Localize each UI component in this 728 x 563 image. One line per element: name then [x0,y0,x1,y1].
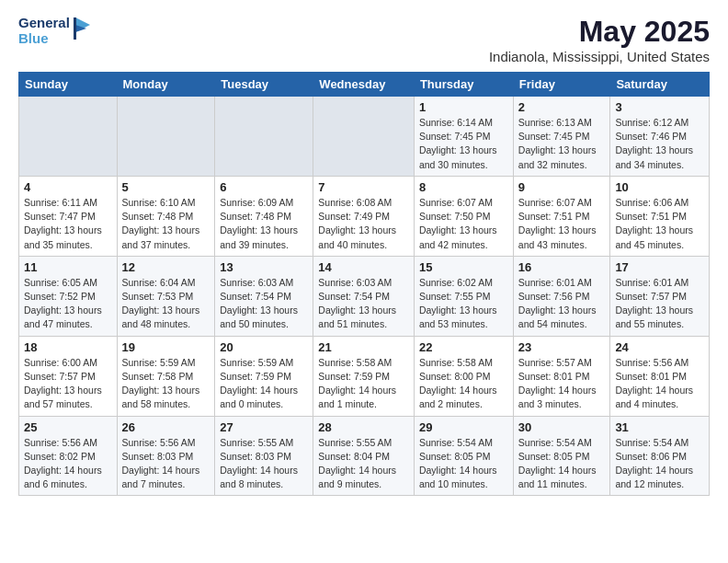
day-number: 1 [419,100,508,114]
day-info: Sunrise: 5:54 AMSunset: 8:05 PMDaylight:… [419,436,508,492]
calendar-day-cell: 11Sunrise: 6:05 AMSunset: 7:52 PMDayligh… [19,256,118,336]
calendar-day-cell: 24Sunrise: 5:56 AMSunset: 8:01 PMDayligh… [610,336,710,416]
day-number: 12 [122,260,210,274]
day-number: 3 [615,100,704,114]
calendar-day-cell: 4Sunrise: 6:11 AMSunset: 7:47 PMDaylight… [19,176,118,256]
day-number: 15 [419,260,508,274]
day-info: Sunrise: 5:55 AMSunset: 8:04 PMDaylight:… [318,436,409,492]
day-number: 29 [419,420,508,434]
calendar-week-row: 25Sunrise: 5:56 AMSunset: 8:02 PMDayligh… [19,416,710,496]
day-number: 17 [615,260,704,274]
day-number: 8 [419,180,508,194]
calendar-header-row: SundayMondayTuesdayWednesdayThursdayFrid… [19,73,710,97]
day-number: 16 [518,260,606,274]
calendar-day-cell: 15Sunrise: 6:02 AMSunset: 7:55 PMDayligh… [414,256,513,336]
day-number: 5 [122,180,210,194]
calendar-week-row: 11Sunrise: 6:05 AMSunset: 7:52 PMDayligh… [19,256,710,336]
calendar-header-cell: Friday [513,73,610,97]
day-info: Sunrise: 5:59 AMSunset: 7:58 PMDaylight:… [122,356,210,412]
day-info: Sunrise: 6:11 AMSunset: 7:47 PMDaylight:… [24,196,112,252]
calendar-day-cell: 26Sunrise: 5:56 AMSunset: 8:03 PMDayligh… [117,416,215,496]
day-info: Sunrise: 5:55 AMSunset: 8:03 PMDaylight:… [220,436,308,492]
day-info: Sunrise: 6:09 AMSunset: 7:48 PMDaylight:… [220,196,308,252]
day-number: 14 [318,260,409,274]
calendar-header-cell: Monday [117,73,215,97]
day-info: Sunrise: 5:54 AMSunset: 8:05 PMDaylight:… [518,436,606,492]
calendar-day-cell: 23Sunrise: 5:57 AMSunset: 8:01 PMDayligh… [513,336,610,416]
day-info: Sunrise: 6:08 AMSunset: 7:49 PMDaylight:… [318,196,409,252]
calendar-day-cell: 14Sunrise: 6:03 AMSunset: 7:54 PMDayligh… [313,256,415,336]
day-number: 9 [518,180,606,194]
calendar-day-cell: 6Sunrise: 6:09 AMSunset: 7:48 PMDaylight… [215,176,313,256]
day-number: 25 [24,420,112,434]
calendar-day-cell: 5Sunrise: 6:10 AMSunset: 7:48 PMDaylight… [117,176,215,256]
logo: General Blue [18,15,92,47]
day-number: 4 [24,180,112,194]
day-number: 30 [518,420,606,434]
location-subtitle: Indianola, Mississippi, United States [489,49,710,64]
day-info: Sunrise: 5:56 AMSunset: 8:03 PMDaylight:… [122,436,210,492]
calendar-day-cell: 2Sunrise: 6:13 AMSunset: 7:45 PMDaylight… [513,97,610,177]
day-number: 18 [24,340,112,354]
calendar-day-cell: 8Sunrise: 6:07 AMSunset: 7:50 PMDaylight… [414,176,513,256]
day-info: Sunrise: 5:56 AMSunset: 8:01 PMDaylight:… [615,356,704,412]
calendar-day-cell [19,97,118,177]
calendar-day-cell: 29Sunrise: 5:54 AMSunset: 8:05 PMDayligh… [414,416,513,496]
calendar-header-cell: Saturday [610,73,710,97]
day-number: 20 [220,340,308,354]
calendar-week-row: 4Sunrise: 6:11 AMSunset: 7:47 PMDaylight… [19,176,710,256]
calendar-day-cell: 13Sunrise: 6:03 AMSunset: 7:54 PMDayligh… [215,256,313,336]
calendar-day-cell: 10Sunrise: 6:06 AMSunset: 7:51 PMDayligh… [610,176,710,256]
logo-line2: Blue [18,30,49,46]
calendar-day-cell [313,97,415,177]
calendar-week-row: 1Sunrise: 6:14 AMSunset: 7:45 PMDaylight… [19,97,710,177]
calendar-day-cell: 27Sunrise: 5:55 AMSunset: 8:03 PMDayligh… [215,416,313,496]
calendar-day-cell: 9Sunrise: 6:07 AMSunset: 7:51 PMDaylight… [513,176,610,256]
calendar-week-row: 18Sunrise: 6:00 AMSunset: 7:57 PMDayligh… [19,336,710,416]
day-info: Sunrise: 6:13 AMSunset: 7:45 PMDaylight:… [518,116,606,172]
day-number: 6 [220,180,308,194]
calendar-day-cell: 19Sunrise: 5:59 AMSunset: 7:58 PMDayligh… [117,336,215,416]
day-info: Sunrise: 6:02 AMSunset: 7:55 PMDaylight:… [419,276,508,332]
calendar-body: 1Sunrise: 6:14 AMSunset: 7:45 PMDaylight… [19,97,710,496]
day-info: Sunrise: 6:10 AMSunset: 7:48 PMDaylight:… [122,196,210,252]
day-info: Sunrise: 6:00 AMSunset: 7:57 PMDaylight:… [24,356,112,412]
calendar-day-cell: 12Sunrise: 6:04 AMSunset: 7:53 PMDayligh… [117,256,215,336]
calendar-table: SundayMondayTuesdayWednesdayThursdayFrid… [18,72,710,496]
day-number: 28 [318,420,409,434]
svg-rect-2 [74,17,76,40]
day-number: 2 [518,100,606,114]
day-info: Sunrise: 6:07 AMSunset: 7:50 PMDaylight:… [419,196,508,252]
calendar-day-cell: 25Sunrise: 5:56 AMSunset: 8:02 PMDayligh… [19,416,118,496]
day-info: Sunrise: 6:06 AMSunset: 7:51 PMDaylight:… [615,196,704,252]
calendar-day-cell: 20Sunrise: 5:59 AMSunset: 7:59 PMDayligh… [215,336,313,416]
title-block: May 2025 Indianola, Mississippi, United … [489,15,710,64]
day-number: 19 [122,340,210,354]
calendar-day-cell [215,97,313,177]
day-info: Sunrise: 6:14 AMSunset: 7:45 PMDaylight:… [419,116,508,172]
day-info: Sunrise: 5:56 AMSunset: 8:02 PMDaylight:… [24,436,112,492]
day-number: 23 [518,340,606,354]
calendar-day-cell: 28Sunrise: 5:55 AMSunset: 8:04 PMDayligh… [313,416,415,496]
day-number: 21 [318,340,409,354]
day-info: Sunrise: 6:12 AMSunset: 7:46 PMDaylight:… [615,116,704,172]
day-info: Sunrise: 5:54 AMSunset: 8:06 PMDaylight:… [615,436,704,492]
day-number: 31 [615,420,704,434]
day-info: Sunrise: 6:04 AMSunset: 7:53 PMDaylight:… [122,276,210,332]
calendar-header-cell: Thursday [414,73,513,97]
calendar-day-cell [117,97,215,177]
day-info: Sunrise: 6:01 AMSunset: 7:56 PMDaylight:… [518,276,606,332]
calendar-header-cell: Sunday [19,73,118,97]
calendar-day-cell: 3Sunrise: 6:12 AMSunset: 7:46 PMDaylight… [610,97,710,177]
day-info: Sunrise: 6:07 AMSunset: 7:51 PMDaylight:… [518,196,606,252]
day-info: Sunrise: 6:03 AMSunset: 7:54 PMDaylight:… [220,276,308,332]
day-info: Sunrise: 6:05 AMSunset: 7:52 PMDaylight:… [24,276,112,332]
day-number: 24 [615,340,704,354]
day-number: 10 [615,180,704,194]
day-info: Sunrise: 5:57 AMSunset: 8:01 PMDaylight:… [518,356,606,412]
calendar-day-cell: 21Sunrise: 5:58 AMSunset: 7:59 PMDayligh… [313,336,415,416]
day-number: 13 [220,260,308,274]
calendar-header-cell: Tuesday [215,73,313,97]
calendar-header-cell: Wednesday [313,73,415,97]
day-number: 26 [122,420,210,434]
